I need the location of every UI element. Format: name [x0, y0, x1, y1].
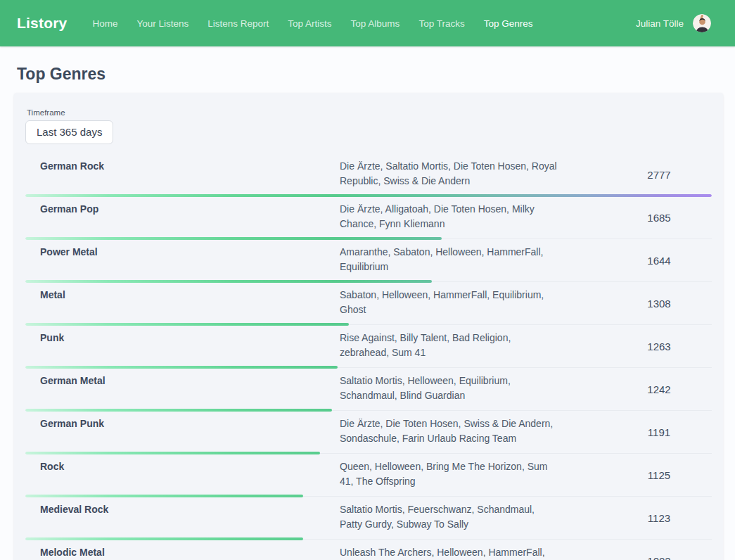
genre-count: 1125 [606, 454, 712, 496]
genre-name: Power Metal [25, 239, 340, 281]
app-header: Listory HomeYour ListensListens ReportTo… [0, 0, 735, 46]
genre-artists: Queen, Helloween, Bring Me The Horizon, … [340, 454, 558, 496]
genre-artists: Saltatio Mortis, Feuerschwanz, Schandmau… [340, 497, 558, 539]
genre-artists: Amaranthe, Sabaton, Helloween, HammerFal… [340, 239, 558, 281]
nav-item-home[interactable]: Home [92, 18, 117, 29]
main-nav: HomeYour ListensListens ReportTop Artist… [92, 18, 532, 29]
table-row: German Rock Die Ärzte, Saltatio Mortis, … [25, 153, 712, 196]
genre-table: German Rock Die Ärzte, Saltatio Mortis, … [25, 153, 712, 560]
genre-count: 1263 [606, 325, 712, 367]
genre-artists: Rise Against, Billy Talent, Bad Religion… [340, 325, 558, 367]
genre-name: Medieval Rock [25, 497, 340, 539]
top-genres-card: Timeframe Last 365 days German Rock Die … [14, 93, 723, 560]
table-row: Metal Sabaton, Helloween, HammerFall, Eq… [25, 282, 712, 325]
genre-count: 1191 [606, 411, 712, 453]
table-row: German Punk Die Ärzte, Die Toten Hosen, … [25, 411, 712, 454]
nav-item-top-genres[interactable]: Top Genres [484, 18, 533, 29]
genre-count: 1644 [606, 239, 712, 281]
nav-item-listens-report[interactable]: Listens Report [207, 18, 269, 29]
table-row: Melodic Metal Unleash The Archers, Hello… [25, 540, 712, 560]
table-row: German Pop Die Ärzte, Alligatoah, Die To… [25, 196, 712, 239]
nav-item-top-tracks[interactable]: Top Tracks [418, 18, 464, 29]
genre-count: 1123 [606, 497, 712, 539]
page-title: Top Genres [17, 65, 735, 84]
timeframe-select[interactable]: Last 365 days [25, 120, 113, 144]
genre-artists: Die Ärzte, Saltatio Mortis, Die Toten Ho… [340, 153, 558, 196]
timeframe-label: Timeframe [27, 108, 712, 117]
genre-count: 1242 [606, 368, 712, 410]
user-photo-icon [693, 14, 711, 32]
app-logo[interactable]: Listory [17, 15, 67, 32]
header-user-area: Julian Tölle [636, 14, 711, 32]
genre-name: Rock [25, 454, 340, 496]
genre-name: Punk [25, 325, 340, 367]
genre-name: German Rock [25, 153, 340, 196]
genre-count: 2777 [606, 153, 712, 196]
genre-name: Melodic Metal [25, 540, 340, 560]
genre-name: German Pop [25, 196, 340, 238]
table-row: Punk Rise Against, Billy Talent, Bad Rel… [25, 325, 712, 368]
table-row: Rock Queen, Helloween, Bring Me The Hori… [25, 454, 712, 497]
table-row: Medieval Rock Saltatio Mortis, Feuerschw… [25, 497, 712, 540]
genre-name: Metal [25, 282, 340, 324]
genre-count: 1308 [606, 282, 712, 324]
genre-artists: Unleash The Archers, Helloween, HammerFa… [340, 540, 558, 560]
genre-count: 1002 [606, 540, 712, 560]
user-avatar[interactable] [693, 14, 711, 32]
nav-item-top-artists[interactable]: Top Artists [288, 18, 331, 29]
genre-artists: Sabaton, Helloween, HammerFall, Equilibr… [340, 282, 558, 324]
nav-item-top-albums[interactable]: Top Albums [351, 18, 400, 29]
nav-item-your-listens[interactable]: Your Listens [136, 18, 188, 29]
genre-name: German Punk [25, 411, 340, 453]
table-row: Power Metal Amaranthe, Sabaton, Hellowee… [25, 239, 712, 282]
user-name[interactable]: Julian Tölle [636, 18, 684, 29]
table-row: German Metal Saltatio Mortis, Helloween,… [25, 368, 712, 411]
genre-artists: Saltatio Mortis, Helloween, Equilibrium,… [340, 368, 558, 410]
genre-count: 1685 [606, 196, 712, 238]
genre-artists: Die Ärzte, Alligatoah, Die Toten Hosen, … [340, 196, 558, 238]
genre-name: German Metal [25, 368, 340, 410]
genre-artists: Die Ärzte, Die Toten Hosen, Swiss & Die … [340, 411, 558, 453]
